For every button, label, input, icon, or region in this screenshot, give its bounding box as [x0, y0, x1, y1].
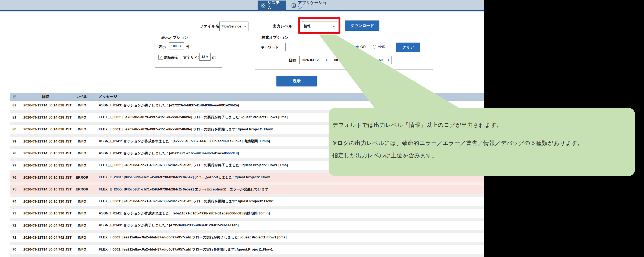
row-message: ASSN_I_0143: セッションが終了しました : [eba11c71-c1…: [92, 151, 239, 156]
font-size-select[interactable]: 12 ▼: [199, 53, 211, 61]
table-row: 70 2026-03-12T14:50:04.742 JST INFO FLEX…: [10, 245, 484, 257]
row-line-number: 74: [10, 199, 19, 203]
search-options-fieldset: 検索オプション キーワード OR AND クリア 日時 2026-03-12 ▼…: [255, 35, 433, 70]
row-level: INFO: [72, 103, 92, 107]
tab-system[interactable]: システム: [258, 1, 286, 10]
chevron-down-icon: ▼: [387, 58, 390, 62]
row-line-number: 77: [10, 163, 19, 167]
row-level: INFO: [72, 115, 92, 119]
output-level-label: 出力レベル: [273, 24, 293, 29]
chevron-down-icon: ▼: [332, 25, 335, 28]
row-datetime: 2026-03-12T14:50:04.742 JST: [19, 247, 72, 251]
start-hour-select[interactable]: 00 ▼: [332, 56, 346, 64]
row-message: FLEX_E_2055: [945c58d4-cb71-459d-9738-b2…: [92, 187, 269, 192]
column-header-line: 行: [10, 93, 19, 101]
row-message: ASSN_I_0141: セッションが作成されました : [eba11c71-c…: [92, 211, 270, 216]
chevron-down-icon: ▼: [244, 25, 247, 28]
row-line-number: 78: [10, 151, 19, 155]
row-message: ASSN_I_0143: セッションが終了しました : [47953a80-23…: [92, 223, 239, 228]
row-datetime: 2026-03-12T14:50:14.028 JST: [19, 127, 72, 131]
font-size-unit-label: pt: [212, 55, 216, 59]
row-level: INFO: [72, 235, 92, 239]
row-line-number: 80: [10, 127, 19, 131]
row-level: INFO: [72, 163, 92, 167]
output-level-select[interactable]: 情報 ▼: [302, 22, 337, 31]
radio-and[interactable]: AND: [373, 45, 386, 49]
row-line-number: 72: [10, 223, 19, 227]
row-message: FLEX_I_0001: [945c58d4-cb71-459d-9738-b2…: [92, 199, 274, 204]
file-name-select[interactable]: FlowService ▼: [219, 22, 248, 31]
time-colon: :: [348, 58, 349, 62]
start-date-value: 2026-03-12: [301, 58, 319, 62]
application-window-icon: [291, 3, 296, 8]
download-button[interactable]: ダウンロード: [345, 20, 379, 31]
row-line-number: 76: [10, 175, 19, 179]
row-message: FLEX_I_0001: [ee211e8a-c9a2-4def-87ad-c6…: [92, 247, 273, 252]
row-datetime: 2026-03-12T14:50:10.331 JST: [19, 151, 72, 155]
row-datetime: 2026-03-12T14:50:10.331 JST: [19, 163, 72, 167]
clear-button[interactable]: クリア: [396, 43, 420, 52]
tab-system-label: システム: [267, 0, 282, 11]
tab-application[interactable]: アプリケーション: [288, 1, 333, 10]
start-minute-value: 00: [353, 58, 357, 62]
row-line-number: 82: [10, 103, 19, 107]
radio-and-circle: [373, 45, 376, 48]
show-button[interactable]: 表示: [276, 76, 317, 86]
column-header-level: レベル: [72, 93, 92, 101]
font-size-value: 12: [201, 55, 205, 59]
start-hour-value: 00: [334, 58, 338, 62]
search-options-legend: 検索オプション: [260, 35, 290, 40]
tab-application-label: アプリケーション: [298, 0, 330, 11]
chevron-down-icon: ▼: [179, 44, 182, 48]
display-options-legend: 表示オプション: [160, 35, 190, 40]
row-level: INFO: [72, 223, 92, 227]
show-count-label: 表示: [159, 44, 166, 49]
start-date-select[interactable]: 2026-03-12 ▼: [299, 56, 330, 64]
radio-or[interactable]: OR: [355, 45, 366, 49]
row-level: INFO: [72, 127, 92, 131]
datetime-label: 日時: [289, 58, 296, 63]
display-options-fieldset: 表示オプション 表示 1000 ▼ 件 ✓ 逆順表示 文字サイズ 12 ▼ pt: [155, 35, 222, 68]
row-message: FLEX_I_0002: [5e702e8c-a879-4997-a151-d6…: [92, 115, 288, 120]
table-row: 75 2026-03-12T14:50:10.331 JST ERROR FLE…: [10, 185, 484, 197]
row-datetime: 2026-03-12T14:50:10.331 JST: [19, 187, 72, 191]
radio-or-label: OR: [360, 45, 366, 49]
end-minute-select[interactable]: 59 ▼: [377, 56, 392, 64]
row-datetime: 2026-03-12T14:50:04.742 JST: [19, 223, 72, 227]
row-level: INFO: [72, 247, 92, 251]
row-line-number: 71: [10, 235, 19, 239]
annotation-line-3: 指定した出力レベルは上位を含みます。: [332, 152, 438, 159]
end-minute-value: 59: [379, 58, 383, 62]
end-hour-select-partially-hidden[interactable]: [361, 56, 373, 64]
keyword-label: キーワード: [261, 45, 279, 50]
radio-and-label: AND: [378, 45, 386, 49]
row-datetime: 2026-03-12T14:50:10.331 JST: [19, 175, 72, 179]
row-datetime: 2026-03-12T14:50:04.742 JST: [19, 235, 72, 239]
row-datetime: 2026-03-12T14:50:10.330 JST: [19, 199, 72, 203]
column-header-datetime: 日時: [19, 93, 72, 101]
row-level: INFO: [72, 211, 92, 215]
file-name-label: ファイル名: [200, 24, 219, 29]
output-level-value: 情報: [304, 24, 311, 29]
row-datetime: 2026-03-12T14:50:14.028 JST: [19, 115, 72, 119]
chevron-down-icon: ▼: [325, 58, 328, 62]
row-line-number: 73: [10, 211, 19, 215]
row-message: FLEX_I_0002: [ee211e8a-c9a2-4def-87ad-c6…: [92, 235, 287, 240]
table-row: 74 2026-03-12T14:50:10.330 JST INFO FLEX…: [10, 197, 484, 209]
show-count-value: 1000: [171, 44, 179, 48]
table-row: 71 2026-03-12T14:50:04.742 JST INFO FLEX…: [10, 233, 484, 245]
row-message: FLEX_I_0002: [945c58d4-cb71-459d-9738-b2…: [92, 163, 288, 168]
radio-or-circle: [355, 45, 359, 48]
chevron-down-icon: ▼: [341, 58, 344, 62]
row-datetime: 2026-03-12T14:50:14.028 JST: [19, 139, 72, 143]
top-tab-bar: システム アプリケーション: [0, 0, 484, 11]
row-message: ASSN_I_0141: セッションが作成されました : [e27223e6-b…: [92, 139, 270, 144]
row-line-number: 70: [10, 247, 19, 251]
row-line-number: 75: [10, 187, 19, 191]
reverse-order-checkbox[interactable]: ✓: [158, 55, 163, 60]
keyword-input[interactable]: [285, 43, 349, 51]
file-name-value: FlowService: [222, 25, 241, 28]
row-level: INFO: [72, 199, 92, 203]
show-count-select[interactable]: 1000 ▼: [169, 42, 184, 50]
row-datetime: 2026-03-12T14:50:14.028 JST: [19, 103, 72, 107]
